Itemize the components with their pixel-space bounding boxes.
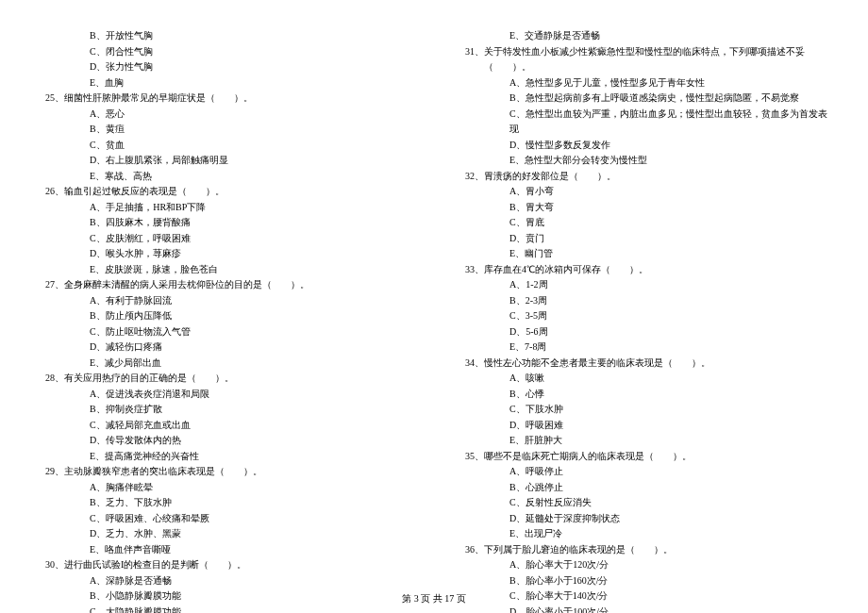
question-stem: 30、进行曲氏试验I的检查目的是判断（ ）。 (38, 557, 410, 573)
option-text: A、促进浅表炎症消退和局限 (38, 387, 410, 403)
option-text: A、呼吸停止 (458, 464, 830, 480)
option-text: C、闭合性气胸 (38, 44, 410, 60)
option-text: B、急性型起病前多有上呼吸道感染病史，慢性型起病隐匿，不易觉察 (458, 91, 830, 107)
option-text: E、寒战、高热 (38, 169, 410, 185)
document-content: B、开放性气胸C、闭合性气胸D、张力性气胸E、血胸25、细菌性肝脓肿最常见的早期… (38, 28, 830, 571)
option-text: E、幽门管 (458, 246, 830, 262)
option-text: E、出现尸冷 (458, 526, 830, 542)
option-text: C、胃底 (458, 215, 830, 231)
option-text: E、减少局部出血 (38, 356, 410, 372)
option-text: A、胸痛伴眩晕 (38, 480, 410, 496)
option-text: E、交通静脉是否通畅 (458, 28, 830, 44)
question-stem: 35、哪些不是临床死亡期病人的临床表现是（ ）。 (458, 449, 830, 465)
option-text: C、贫血 (38, 138, 410, 154)
option-text: E、血胸 (38, 75, 410, 91)
option-text: D、减轻伤口疼痛 (38, 340, 410, 356)
option-text: E、肝脏肿大 (458, 433, 830, 449)
option-text: C、急性型出血较为严重，内脏出血多见；慢性型出血较轻，贫血多为首发表现 (458, 107, 830, 138)
left-column: B、开放性气胸C、闭合性气胸D、张力性气胸E、血胸25、细菌性肝脓肿最常见的早期… (38, 28, 410, 571)
option-text: B、开放性气胸 (38, 28, 410, 44)
option-text: A、胃小弯 (458, 184, 830, 200)
question-stem: 36、下列属于胎儿窘迫的临床表现的是（ ）。 (458, 542, 830, 558)
option-text: C、皮肤潮红，呼吸困难 (38, 231, 410, 247)
option-text: D、右上腹肌紧张，局部触痛明显 (38, 153, 410, 169)
page-footer: 第 3 页 共 17 页 (0, 592, 868, 605)
question-stem: 32、胃溃疡的好发部位是（ ）。 (458, 169, 830, 185)
option-text: E、提高痛觉神经的兴奋性 (38, 449, 410, 465)
option-text: A、有利于静脉回流 (38, 293, 410, 309)
option-text: A、胎心率大于120次/分 (458, 557, 830, 573)
question-stem: 26、输血引起过敏反应的表现是（ ）。 (38, 184, 410, 200)
option-text: A、恶心 (38, 107, 410, 123)
question-stem: 34、慢性左心功能不全患者最主要的临床表现是（ ）。 (458, 356, 830, 372)
option-text: C、3-5周 (458, 308, 830, 324)
option-text: D、传导发散体内的热 (38, 433, 410, 449)
option-text: B、心悸 (458, 387, 830, 403)
option-text: E、7-8周 (458, 340, 830, 356)
option-text: C、减轻局部充血或出血 (38, 418, 410, 434)
option-text: D、张力性气胸 (38, 59, 410, 75)
option-text: D、呼吸困难 (458, 418, 830, 434)
option-text: A、咳嗽 (458, 371, 830, 387)
option-text: C、下肢水肿 (458, 402, 830, 418)
question-stem: 25、细菌性肝脓肿最常见的早期症状是（ ）。 (38, 91, 410, 107)
option-text: D、延髓处于深度抑制状态 (458, 511, 830, 527)
question-stem: 31、关于特发性血小板减少性紫癜急性型和慢性型的临床特点，下列哪项描述不妥（ ）… (458, 44, 830, 75)
option-text: B、2-3周 (458, 293, 830, 309)
option-text: D、慢性型多数反复发作 (458, 138, 830, 154)
option-text: E、急性型大部分会转变为慢性型 (458, 153, 830, 169)
option-text: B、胃大弯 (458, 200, 830, 216)
option-text: E、咯血伴声音嘶哑 (38, 542, 410, 558)
option-text: A、手足抽搐，HR和BP下降 (38, 200, 410, 216)
option-text: D、5-6周 (458, 324, 830, 340)
option-text: D、喉头水肿，荨麻疹 (38, 246, 410, 262)
option-text: C、反射性反应消失 (458, 495, 830, 511)
option-text: A、急性型多见于儿童，慢性型多见于青年女性 (458, 75, 830, 91)
option-text: C、防止呕吐物流入气管 (38, 324, 410, 340)
option-text: B、防止颅内压降低 (38, 308, 410, 324)
option-text: A、1-2周 (458, 277, 830, 293)
right-column: E、交通静脉是否通畅31、关于特发性血小板减少性紫癜急性型和慢性型的临床特点，下… (458, 28, 830, 571)
option-text: D、乏力、水肿、黑蒙 (38, 526, 410, 542)
option-text: E、皮肤淤斑，脉速，脸色苍白 (38, 262, 410, 278)
option-text: B、抑制炎症扩散 (38, 402, 410, 418)
option-text: B、黄疸 (38, 122, 410, 138)
question-stem: 29、主动脉瓣狭窄患者的突出临床表现是（ ）。 (38, 464, 410, 480)
option-text: B、四肢麻木，腰背酸痛 (38, 215, 410, 231)
option-text: A、深静脉是否通畅 (38, 573, 410, 589)
option-text: B、心跳停止 (458, 480, 830, 496)
option-text: B、胎心率小于160次/分 (458, 573, 830, 589)
question-stem: 33、库存血在4℃的冰箱内可保存（ ）。 (458, 262, 830, 278)
question-stem: 27、全身麻醉未清醒的病人采用去枕仰卧位的目的是（ ）。 (38, 277, 410, 293)
option-text: D、贲门 (458, 231, 830, 247)
option-text: B、乏力、下肢水肿 (38, 495, 410, 511)
question-stem: 28、有关应用热疗的目的正确的是（ ）。 (38, 371, 410, 387)
option-text: C、呼吸困难、心绞痛和晕厥 (38, 511, 410, 527)
